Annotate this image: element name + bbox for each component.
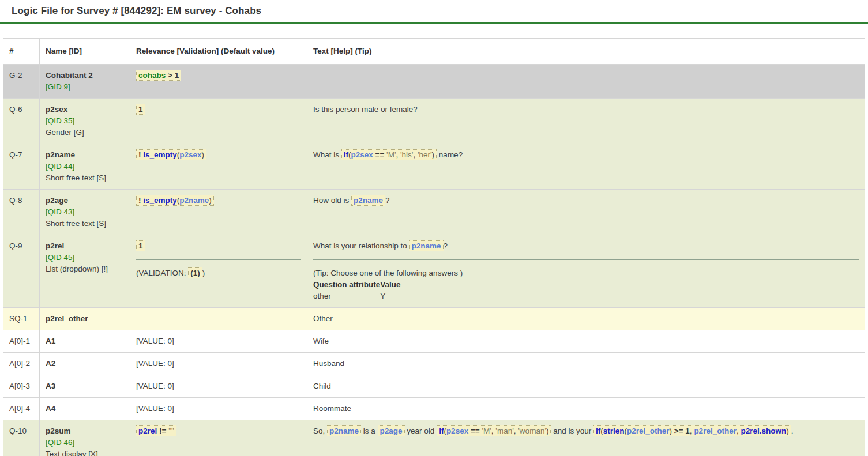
cell-text: !=: [157, 427, 168, 435]
text-help-cell: How old is p2name?: [307, 190, 865, 235]
question-id-link[interactable]: [QID 44]: [46, 162, 74, 171]
cell-text: !: [138, 150, 143, 159]
function-name: is_empty: [143, 196, 177, 205]
question-id-link[interactable]: [QID 45]: [46, 253, 74, 262]
cell-text: [VALUE: 0]: [136, 382, 174, 390]
cell-text: name?: [437, 150, 463, 159]
cell-text: ,: [413, 150, 418, 159]
cell-text: Roommate: [313, 404, 351, 413]
expression-chip: p2name: [409, 240, 444, 251]
variable-name: p2age: [380, 427, 403, 435]
attribute-table-header: Value: [380, 279, 400, 291]
cell-text: ): [209, 196, 212, 205]
question-id-link[interactable]: [GID 9]: [46, 82, 70, 91]
row-number-cell: A[0]-1: [3, 330, 40, 353]
name-id-cell: p2sum[QID 46]Text display [X]: [40, 420, 130, 456]
text-help-cell: [307, 65, 865, 99]
cell-text: Short free text [S]: [46, 219, 106, 228]
text-help-cell: Roommate: [307, 398, 865, 420]
expression-chip: 1: [136, 240, 145, 251]
cell-text: ==: [468, 427, 482, 435]
expression-chip: p2age: [378, 425, 405, 436]
function-name: strlen: [603, 427, 625, 435]
cell-text: ): [202, 269, 205, 277]
cell-text: What is your relationship to: [313, 242, 409, 250]
cell-text: 1: [138, 105, 143, 114]
relevance-cell: cohabs > 1: [130, 65, 307, 99]
function-name: p2rel: [138, 427, 157, 435]
cell-text: Other: [313, 314, 333, 323]
logic-table-body: G-2Cohabitant 2[GID 9]cohabs > 1Q-6p2sex…: [3, 65, 865, 456]
cell-text: Husband: [313, 359, 344, 368]
cell-text: Is this person male or female?: [313, 105, 418, 114]
cell-divider: [313, 259, 859, 260]
text-help-cell: Is this person male or female?: [307, 99, 865, 144]
cell-text: Text display [X]: [46, 450, 98, 456]
name-id-cell: p2sex[QID 35]Gender [G]: [40, 99, 130, 144]
cell-text: (1): [190, 269, 200, 277]
variable-name: cohabs: [138, 71, 166, 80]
attribute-table-header: Question attribute: [313, 279, 380, 291]
function-name: p2rel.shown: [741, 427, 786, 435]
cell-text: A4: [46, 404, 55, 413]
cell-text: p2rel_other: [46, 314, 88, 323]
relevance-cell: ! is_empty(p2name): [130, 190, 307, 235]
cell-text: Wife: [313, 337, 329, 345]
relevance-cell: [VALUE: 0]: [130, 353, 307, 375]
name-id-cell: p2rel_other: [40, 308, 130, 330]
cell-text: A3: [46, 382, 55, 390]
cell-text: A1: [46, 337, 55, 345]
question-id-link[interactable]: [QID 46]: [46, 438, 74, 447]
text-help-cell: So, p2name is a p2age year old if(p2sex …: [307, 420, 865, 456]
expression-chip: cohabs > 1: [136, 70, 181, 81]
string-literal: 'M': [482, 427, 491, 435]
expression-chip: p2name: [327, 425, 361, 436]
cell-text: p2name: [46, 150, 75, 159]
logic-row-Q-7: Q-7p2name[QID 44]Short free text [S]! is…: [3, 144, 865, 190]
logic-row-Q-6: Q-6p2sex[QID 35]Gender [G]1Is this perso…: [3, 99, 865, 144]
row-number-cell: Q-7: [3, 144, 40, 190]
string-literal: 'woman': [518, 427, 546, 435]
expression-chip: (1): [188, 267, 202, 278]
attribute-table-cell: other: [313, 291, 380, 302]
expression-chip: if(p2sex == 'M', 'man', 'woman'): [437, 425, 551, 436]
relevance-cell: 1: [130, 99, 307, 144]
cell-text: !: [138, 196, 143, 205]
relevance-cell: [VALUE: 0]: [130, 330, 307, 353]
cell-text: 1: [138, 242, 143, 250]
question-id-link[interactable]: [QID 43]: [46, 208, 74, 216]
cell-text: ?: [385, 196, 390, 205]
cell-text: (VALIDATION:: [136, 269, 188, 277]
text-help-cell: Child: [307, 375, 865, 398]
text-help-cell: Other: [307, 308, 865, 330]
cell-text: Child: [313, 382, 331, 390]
function-name: is_empty: [143, 150, 177, 159]
question-id-link[interactable]: [QID 35]: [46, 116, 74, 125]
text-help-cell: What is your relationship to p2name?(Tip…: [307, 235, 865, 308]
cell-text: p2rel: [46, 242, 64, 250]
cell-text: [VALUE: 0]: [136, 404, 174, 413]
name-id-cell: p2age[QID 43]Short free text [S]: [40, 190, 130, 235]
variable-name: p2name: [179, 196, 209, 205]
variable-name: p2rel_other: [627, 427, 670, 435]
logic-row-Q-10: Q-10p2sum[QID 46]Text display [X]p2rel !…: [3, 420, 865, 456]
expression-chip: if(strlen(p2rel_other) >= 1, p2rel_other…: [593, 425, 791, 436]
cell-text: > 1: [166, 71, 179, 80]
logic-row-A[0]-3: A[0]-3A3[VALUE: 0]Child: [3, 375, 865, 398]
question-attribute-table: Question attributeValueotherY: [313, 279, 401, 302]
row-number-cell: Q-6: [3, 99, 40, 144]
attribute-table-cell: Y: [380, 291, 400, 302]
cell-text: ): [202, 150, 205, 159]
logic-row-A[0]-4: A[0]-4A4[VALUE: 0]Roommate: [3, 398, 865, 420]
cell-text: year old: [405, 427, 437, 435]
variable-name: p2name: [412, 242, 441, 250]
cell-text: A2: [46, 359, 55, 368]
function-name: if: [344, 150, 348, 159]
relevance-cell: ! is_empty(p2sex): [130, 144, 307, 190]
variable-name: p2rel_other: [694, 427, 737, 435]
logic-row-Q-9: Q-9p2rel[QID 45]List (dropdown) [!]1(VAL…: [3, 235, 865, 308]
header-relevance: Relevance [Validation] (Default value): [130, 39, 307, 65]
cell-text: p2sex: [46, 105, 67, 114]
header-name-id: Name [ID]: [40, 39, 130, 65]
cell-text: ): [432, 150, 435, 159]
